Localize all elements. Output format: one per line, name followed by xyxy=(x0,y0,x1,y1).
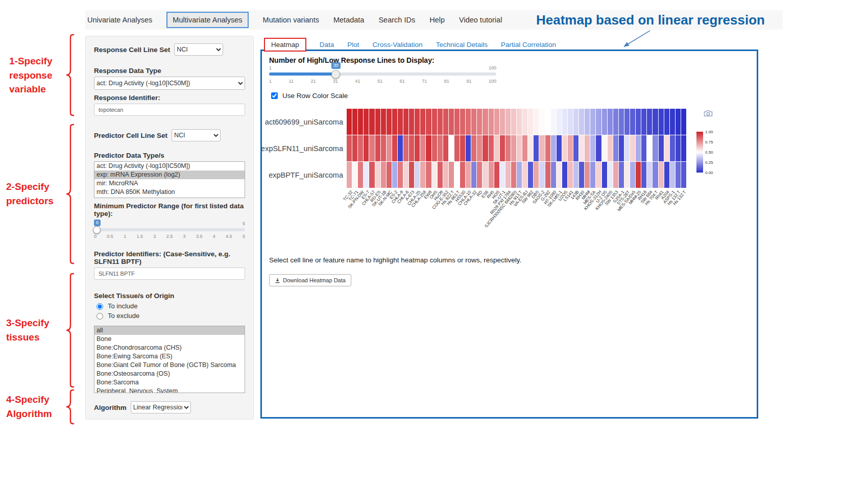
heatmap-cell[interactable] xyxy=(545,162,550,188)
heatmap-cell[interactable] xyxy=(364,135,369,161)
heatmap-cell[interactable] xyxy=(659,162,664,188)
heatmap-cell[interactable] xyxy=(454,135,460,161)
heatmap-cell[interactable] xyxy=(369,109,374,135)
heatmap-cell[interactable] xyxy=(500,135,505,161)
heatmap-cell[interactable] xyxy=(471,162,476,188)
predictor-data-types-listbox[interactable]: act: Drug Activity (-log10[IC50M])exp: m… xyxy=(94,161,245,198)
heatmap-cell[interactable] xyxy=(403,162,408,188)
heatmap-cell[interactable] xyxy=(641,135,646,161)
heatmap-cell[interactable] xyxy=(364,162,369,188)
heatmap-cell[interactable] xyxy=(579,109,584,135)
nav-item-search-ids[interactable]: Search IDs xyxy=(378,16,415,24)
download-heatmap-button[interactable]: Download Heatmap Data xyxy=(269,274,351,286)
heatmap-cell[interactable] xyxy=(608,135,613,161)
heatmap-cell[interactable] xyxy=(624,162,630,188)
heatmap-cell[interactable] xyxy=(613,135,618,161)
heatmap-cell[interactable] xyxy=(539,135,544,161)
heatmap-cell[interactable] xyxy=(426,135,431,161)
datatype-option-mir-microrna[interactable]: mir: MicroRNA xyxy=(94,179,245,188)
heatmap-cell[interactable] xyxy=(358,162,363,188)
heatmap-cell[interactable] xyxy=(539,109,544,135)
heatmap-cell[interactable] xyxy=(551,135,556,161)
heatmap-cell[interactable] xyxy=(551,162,556,188)
tab-technical-details[interactable]: Technical Details xyxy=(436,41,488,48)
heatmap-cell[interactable] xyxy=(676,109,681,135)
heatmap-cell[interactable] xyxy=(443,162,448,188)
heatmap-cell[interactable] xyxy=(641,162,646,188)
heatmap-cell[interactable] xyxy=(415,135,420,161)
heatmap-cell[interactable] xyxy=(670,109,675,135)
heatmap-cell[interactable] xyxy=(449,109,454,135)
tissue-option-all[interactable]: all xyxy=(94,326,245,335)
heatmap-cell[interactable] xyxy=(381,135,386,161)
heatmap-cell[interactable] xyxy=(483,162,488,188)
heatmap-row-label-expbptf-unisarcoma[interactable]: expBPTF_uniSarcoma xyxy=(269,162,347,188)
heatmap-cell[interactable] xyxy=(528,162,533,188)
heatmap-cell[interactable] xyxy=(415,162,420,188)
tab-data[interactable]: Data xyxy=(320,41,334,48)
heatmap-cell[interactable] xyxy=(420,135,425,161)
heatmap-cell[interactable] xyxy=(438,135,443,161)
heatmap-cell[interactable] xyxy=(409,162,414,188)
heatmap-cell[interactable] xyxy=(432,162,437,188)
heatmap-cell[interactable] xyxy=(347,162,352,188)
tissue-option-bone[interactable]: Bone xyxy=(94,335,245,344)
heatmap-cell[interactable] xyxy=(585,162,590,188)
heatmap-cell[interactable] xyxy=(511,135,516,161)
nav-item-metadata[interactable]: Metadata xyxy=(333,16,364,24)
heatmap-cell[interactable] xyxy=(568,109,573,135)
heatmap-cell[interactable] xyxy=(590,109,595,135)
heatmap-cell[interactable] xyxy=(619,109,624,135)
heatmap-cell[interactable] xyxy=(426,162,431,188)
heatmap-cell[interactable] xyxy=(460,135,465,161)
heatmap-cell[interactable] xyxy=(494,135,499,161)
heatmap-cell[interactable] xyxy=(471,135,476,161)
heatmap-cell[interactable] xyxy=(641,109,646,135)
heatmap-cell[interactable] xyxy=(454,109,460,135)
tissue-listbox[interactable]: allBoneBone:Chondrosarcoma (CHS)Bone:Ewi… xyxy=(94,326,245,393)
row-color-scale-checkbox[interactable] xyxy=(271,92,278,99)
heatmap-cell[interactable] xyxy=(454,162,460,188)
datatype-option-exp-mrna-expression-log2[interactable]: exp: mRNA Expression (log2) xyxy=(94,170,245,179)
response-identifier-input[interactable] xyxy=(94,104,245,116)
heatmap-cell[interactable] xyxy=(347,109,352,135)
heatmap-cell[interactable] xyxy=(500,162,505,188)
heatmap-cell[interactable] xyxy=(398,135,403,161)
tissue-radio-to-include[interactable]: To include xyxy=(94,302,245,310)
heatmap-cell[interactable] xyxy=(489,135,494,161)
heatmap-cell[interactable] xyxy=(545,135,550,161)
heatmap-cell[interactable] xyxy=(539,162,544,188)
tissue-option-bone-sarcoma[interactable]: Bone:Sarcoma xyxy=(94,378,245,387)
heatmap-cell[interactable] xyxy=(381,162,386,188)
heatmap-cell[interactable] xyxy=(369,135,374,161)
heatmap-cell[interactable] xyxy=(375,109,380,135)
heatmap-cell[interactable] xyxy=(681,135,686,161)
nav-item-mutation-variants[interactable]: Mutation variants xyxy=(263,16,319,24)
heatmap-cell[interactable] xyxy=(630,162,635,188)
heatmap-cell[interactable] xyxy=(664,162,669,188)
heatmap-cell[interactable] xyxy=(477,162,482,188)
heatmap-cell[interactable] xyxy=(494,109,499,135)
heatmap-cell[interactable] xyxy=(387,162,392,188)
heatmap-cell[interactable] xyxy=(585,109,590,135)
tissue-option-bone-ewing-sarcoma-es[interactable]: Bone:Ewing Sarcoma (ES) xyxy=(94,352,245,361)
heatmap-cell[interactable] xyxy=(426,109,431,135)
heatmap-cell[interactable] xyxy=(545,109,550,135)
heatmap-cell[interactable] xyxy=(568,135,573,161)
tab-plot[interactable]: Plot xyxy=(347,41,359,48)
heatmap-cell[interactable] xyxy=(477,109,482,135)
heatmap-cell[interactable] xyxy=(664,135,669,161)
range-slider-handle[interactable] xyxy=(93,226,101,234)
nav-item-video-tutorial[interactable]: Video tutorial xyxy=(459,16,502,24)
heatmap-cell[interactable] xyxy=(398,162,403,188)
heatmap-cell[interactable] xyxy=(375,162,380,188)
response-lines-slider[interactable]: 1 100 30 1112131415161718191100 xyxy=(269,65,496,84)
response-cell-line-set-select[interactable]: NCI xyxy=(174,43,223,56)
heatmap-cell[interactable] xyxy=(432,109,437,135)
heatmap-cell[interactable] xyxy=(392,109,397,135)
heatmap-cell[interactable] xyxy=(522,162,527,188)
heatmap-cell[interactable] xyxy=(387,135,392,161)
heatmap-cell[interactable] xyxy=(477,135,482,161)
tissue-radio-to-exclude[interactable]: To exclude xyxy=(94,311,245,320)
heatmap-cell[interactable] xyxy=(443,135,448,161)
